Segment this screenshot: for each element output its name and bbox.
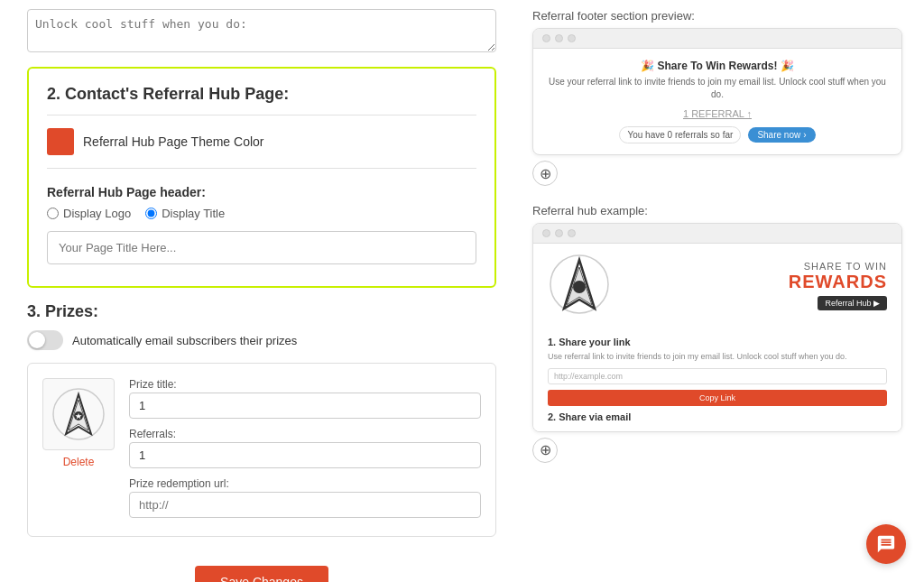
hub-example-section: Referral hub example:: [532, 204, 902, 463]
hub-example-label: Referral hub example:: [532, 204, 902, 217]
prize-image-box: [42, 378, 115, 450]
redemption-label: Prize redemption url:: [129, 477, 481, 490]
section2-title: 2. Contact's Referral Hub Page:: [47, 85, 476, 115]
browser-dot-3: [568, 34, 576, 42]
referrals-input[interactable]: [129, 442, 481, 468]
hub-join-btn: Referral Hub ▶: [818, 296, 887, 310]
hub-browser-dot-3: [568, 229, 576, 237]
browser-dot-2: [555, 34, 563, 42]
display-title-radio[interactable]: [145, 208, 157, 219]
radio-group: Display Logo Display Title: [47, 207, 476, 220]
referrals-badge: You have 0 referrals so far: [619, 126, 741, 143]
prize-title-group: Prize title:: [129, 378, 481, 419]
share-now-label: Share now: [757, 130, 800, 140]
footer-preview-section: Referral footer section preview: 🎉 Share…: [532, 9, 902, 186]
footer-zoom-button[interactable]: ⊕: [532, 161, 558, 186]
prize-title-label: Prize title:: [129, 378, 481, 391]
unlock-textarea[interactable]: [27, 9, 496, 52]
footer-btn-row: You have 0 referrals so far Share now ›: [548, 126, 887, 143]
hub-text-area: SHARE TO WIN REWARDS Referral Hub ▶: [611, 261, 887, 310]
browser-dot-1: [542, 34, 550, 42]
theme-color-label: Referral Hub Page Theme Color: [83, 134, 264, 149]
prize-title-input[interactable]: [129, 393, 481, 419]
hub-hero: SHARE TO WIN REWARDS Referral Hub ▶: [533, 244, 901, 328]
hub-share-text: SHARE TO WIN: [611, 261, 887, 272]
footer-referral-count: 1 REFERRAL ↑: [548, 108, 887, 119]
redemption-input[interactable]: [129, 492, 481, 518]
hub-logo-svg: [548, 253, 611, 316]
hub-link-box: http://example.com: [548, 368, 887, 384]
prize-image-col: Delete: [42, 378, 115, 522]
auto-email-toggle[interactable]: [27, 330, 63, 350]
footer-preview-label: Referral footer section preview:: [532, 9, 902, 23]
hub-example-mockup: SHARE TO WIN REWARDS Referral Hub ▶ 1. S…: [532, 223, 902, 432]
auto-email-label: Automatically email subscribers their pr…: [72, 334, 297, 347]
hub-step2-title: 2. Share via email: [548, 411, 887, 422]
share-now-button[interactable]: Share now ›: [748, 127, 815, 143]
display-logo-label: Display Logo: [63, 207, 131, 220]
svg-point-4: [573, 281, 586, 293]
hub-browser-dot-1: [542, 229, 550, 237]
footer-preview-mockup: 🎉 Share To Win Rewards! 🎉 Use your refer…: [532, 28, 902, 155]
hub-rewards-text: REWARDS: [611, 272, 887, 292]
save-changes-button[interactable]: Save Changes: [195, 566, 328, 582]
hub-copy-btn: Copy Link: [548, 390, 887, 406]
share-now-arrow: ›: [803, 130, 806, 140]
section3-title: 3. Prizes:: [27, 302, 496, 321]
display-title-option[interactable]: Display Title: [145, 207, 225, 220]
page-header-section: Referral Hub Page header: Display Logo D…: [47, 185, 476, 264]
page-header-label: Referral Hub Page header:: [47, 185, 476, 199]
hub-zoom-button[interactable]: ⊕: [532, 438, 558, 463]
prize-card: Delete Prize title: Referrals: Prize red…: [27, 363, 496, 537]
hub-step1-title: 1. Share your link: [548, 337, 887, 347]
referrals-group: Referrals:: [129, 428, 481, 468]
theme-color-row: Referral Hub Page Theme Color: [47, 128, 476, 169]
toggle-row: Automatically email subscribers their pr…: [27, 330, 496, 350]
footer-preview-text: Use your referral link to invite friends…: [548, 76, 887, 101]
chat-bubble[interactable]: [866, 524, 906, 564]
footer-preview-content: 🎉 Share To Win Rewards! 🎉 Use your refer…: [533, 49, 901, 154]
page-title-input[interactable]: [47, 231, 476, 264]
theme-color-swatch[interactable]: [47, 128, 74, 155]
hub-example-content: SHARE TO WIN REWARDS Referral Hub ▶ 1. S…: [533, 244, 901, 431]
section2-box: 2. Contact's Referral Hub Page: Referral…: [27, 67, 496, 288]
footer-preview-title: 🎉 Share To Win Rewards! 🎉: [548, 60, 887, 72]
prize-image-svg: [51, 387, 106, 441]
referrals-label: Referrals:: [129, 428, 481, 440]
delete-link[interactable]: Delete: [42, 456, 115, 468]
hub-logo-area: [548, 253, 611, 319]
display-logo-radio[interactable]: [47, 208, 59, 219]
hub-body: 1. Share your link Use referral link to …: [533, 328, 901, 431]
section3: 3. Prizes: Automatically email subscribe…: [27, 302, 496, 537]
display-title-label: Display Title: [162, 207, 225, 220]
right-col: Referral footer section preview: 🎉 Share…: [523, 0, 924, 582]
chat-icon: [876, 534, 896, 554]
save-btn-row: Save Changes: [27, 551, 496, 582]
footer-browser-bar: [533, 29, 901, 49]
hub-browser-dot-2: [555, 229, 563, 237]
display-logo-option[interactable]: Display Logo: [47, 207, 131, 220]
hub-step1-text: Use referral link to invite friends to j…: [548, 351, 887, 363]
hub-browser-bar: [533, 224, 901, 244]
redemption-group: Prize redemption url:: [129, 477, 481, 518]
prize-fields: Prize title: Referrals: Prize redemption…: [129, 378, 481, 522]
